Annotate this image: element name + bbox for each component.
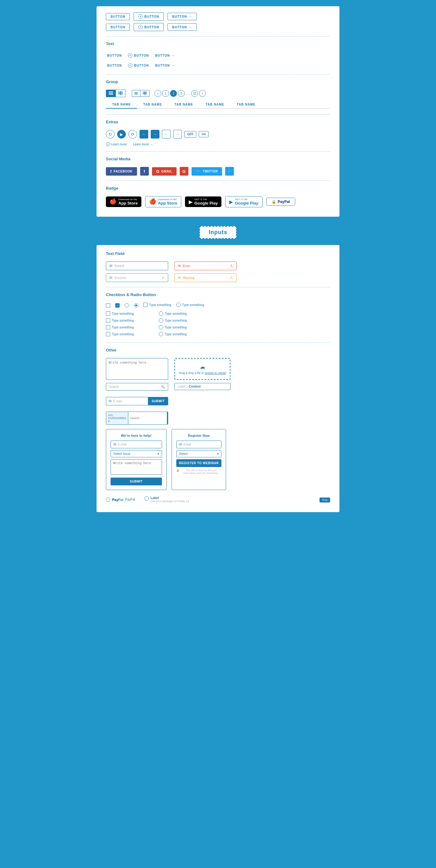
checkbox-unchecked[interactable] <box>106 303 110 308</box>
page-1[interactable]: 1 <box>162 90 169 97</box>
paypal-radio[interactable] <box>106 497 110 502</box>
forward-square-filled-icon[interactable]: → <box>151 130 159 138</box>
toggle-list-icon[interactable] <box>106 90 116 97</box>
outlined-button-2[interactable]: BUTTON <box>106 24 130 31</box>
tab-3[interactable]: TAB NAME <box>168 101 199 108</box>
page-next[interactable]: › <box>199 90 206 97</box>
on-button[interactable]: ON <box>199 131 209 137</box>
input-error[interactable]: ✉ Error ⚠ <box>175 261 237 270</box>
checkbox-item-3[interactable]: Type something <box>106 325 153 330</box>
textarea-input[interactable] <box>106 358 168 380</box>
back-square-filled-icon[interactable]: ← <box>139 130 148 138</box>
learn-more-link-2[interactable]: Learn more → <box>133 143 153 146</box>
outlined-button-circle-2[interactable]: + BUTTON <box>134 23 163 31</box>
radio-item-3[interactable]: Type something <box>159 325 206 330</box>
reg-email-field[interactable]: ✉ Email <box>176 440 221 448</box>
twitter-full-button[interactable]: 🐦 TWITTER <box>191 167 222 176</box>
rb2[interactable] <box>159 318 163 322</box>
rb1[interactable] <box>159 311 163 316</box>
checkbox-item-2[interactable]: Type something <box>106 318 153 322</box>
page-prev[interactable]: ‹ <box>154 90 161 97</box>
reg-submit-button[interactable]: REGISTER TO WEBINAR <box>176 459 221 467</box>
inline-radio[interactable] <box>176 303 181 307</box>
radio-checked[interactable] <box>134 303 138 308</box>
back-square-outline-icon[interactable]: ← <box>162 130 171 138</box>
search-box[interactable]: Search 🔍 <box>106 383 168 391</box>
pagination[interactable]: ‹ 1 2 3 … 32 › <box>154 90 206 97</box>
toggle-group-2[interactable] <box>132 90 150 97</box>
toggle-small-2[interactable] <box>141 90 149 96</box>
text-button-2[interactable]: BUTTON <box>106 62 123 69</box>
appstore-dark-badge[interactable]: 🍎 Download on the App Store <box>106 196 142 207</box>
label-radio-option[interactable]: Label Get your package on Friday 11 <box>145 496 189 503</box>
reg-select[interactable]: Select ▾ <box>176 450 221 457</box>
cb1[interactable] <box>106 311 110 316</box>
tab-5[interactable]: TAB NAME <box>230 101 261 108</box>
input-warning[interactable]: ✉ Warning ⚠ <box>175 273 237 282</box>
twitter-icon-button[interactable]: 🐦 <box>225 167 234 176</box>
help-submit-button[interactable]: SUBMIT <box>111 477 162 485</box>
tab-1[interactable]: TAB NAME <box>106 101 137 108</box>
label-content-box[interactable]: Label: Content <box>175 383 230 390</box>
toggle-group[interactable] <box>106 90 125 97</box>
googleplay-dark-badge[interactable]: ▶ GET IT ON Google Play <box>185 196 221 207</box>
cb3[interactable] <box>106 325 110 330</box>
help-email-field[interactable]: ✉ E-mail <box>111 440 162 448</box>
category-search-button[interactable]: 🔍 <box>167 412 168 424</box>
radio-item-1[interactable]: Type something <box>159 311 206 316</box>
category-select[interactable]: ALL CATEGORIES ▾ <box>106 412 128 424</box>
toggle-small-1[interactable] <box>132 90 141 96</box>
help-textarea[interactable] <box>111 459 162 475</box>
radio-item-2[interactable]: Type something <box>159 318 206 322</box>
checkbox-item-1[interactable]: Type something <box>106 311 153 316</box>
outlined-button-arrow-1[interactable]: BUTTON <box>167 13 197 20</box>
facebook-icon-button[interactable]: f <box>140 167 149 176</box>
refresh-circle-icon[interactable]: ↻ <box>106 130 115 138</box>
checkbox-item-4[interactable]: Type something <box>106 332 153 336</box>
text-button-arrow-2[interactable]: BUTTON <box>154 62 176 69</box>
text-button-arrow-1[interactable]: BUTTON <box>154 52 176 59</box>
rb3[interactable] <box>159 325 163 330</box>
input-default[interactable]: ✉ Default <box>106 261 168 270</box>
rb4[interactable] <box>159 332 163 336</box>
checkbox-checked[interactable] <box>115 303 120 308</box>
help-issue-placeholder: Select Issue <box>113 452 130 456</box>
cb2[interactable] <box>106 318 110 322</box>
category-search-row[interactable]: ALL CATEGORIES ▾ 🔍 <box>106 411 168 425</box>
paypal-radio-option[interactable]: PayPal PayPal <box>106 497 135 502</box>
tab-2[interactable]: TAB NAME <box>137 101 168 108</box>
inline-checkbox[interactable] <box>143 303 148 307</box>
tab-4[interactable]: TAB NAME <box>199 101 230 108</box>
toggle-grid-icon[interactable] <box>116 90 125 97</box>
email-submit-button[interactable]: SUBMIT <box>148 397 168 405</box>
text-button-circle-1[interactable]: + BUTTON <box>127 52 150 59</box>
label-radio[interactable] <box>145 496 149 501</box>
gmail-icon-button[interactable]: G <box>180 167 188 176</box>
off-button[interactable]: OFF <box>184 131 196 137</box>
page-32[interactable]: 32 <box>191 90 198 97</box>
email-input[interactable]: ✉ E-mail <box>106 397 148 405</box>
outlined-button-circle-1[interactable]: + BUTTON <box>134 12 163 21</box>
text-button-1[interactable]: BUTTON <box>106 52 123 59</box>
category-search-input[interactable] <box>128 412 167 424</box>
help-select-issue[interactable]: Select Issue ▾ <box>111 450 162 457</box>
cb4[interactable] <box>106 332 110 336</box>
paypal-badge[interactable]: 🔒 PayPal <box>266 198 295 206</box>
googleplay-outline-badge[interactable]: ▶ GET IT ON Google Play <box>225 196 262 207</box>
forward-square-outline-icon[interactable]: → <box>173 130 182 138</box>
outlined-button-arrow-2[interactable]: BUTTON <box>167 23 197 31</box>
facebook-full-button[interactable]: f FACEBOOK <box>106 167 137 176</box>
input-success[interactable]: ✉ Success ✓ <box>106 273 168 282</box>
appstore-outline-badge[interactable]: 🍎 Download on the App Store <box>145 196 181 207</box>
page-2[interactable]: 2 <box>170 90 177 97</box>
play-filled-icon[interactable]: ▶ <box>117 130 126 138</box>
radio-item-4[interactable]: Type something <box>159 332 206 336</box>
dropzone[interactable]: ☁ Drag & drop a file or browse to upload <box>175 358 230 380</box>
outlined-button-1[interactable]: BUTTON <box>106 13 130 20</box>
gmail-full-button[interactable]: G GMAIL <box>152 167 177 176</box>
text-button-circle-2[interactable]: + BUTTON <box>127 62 150 69</box>
clock-circle-icon[interactable]: ⟳ <box>128 130 137 138</box>
page-3[interactable]: 3 <box>178 90 185 97</box>
learn-more-link-1[interactable]: i Learn more <box>106 142 127 146</box>
radio-unchecked[interactable] <box>125 303 129 308</box>
